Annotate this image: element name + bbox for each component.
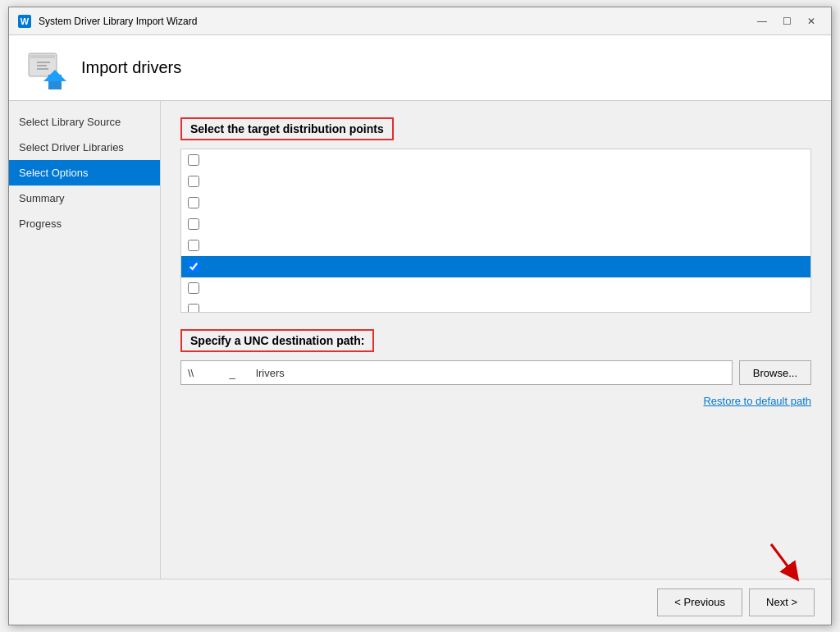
main-panel: Select the target distribution points [161,101,831,579]
distribution-list[interactable] [180,149,811,313]
next-button-arrow-indicator [759,536,808,585]
svg-rect-3 [30,55,55,58]
distribution-checkbox-3[interactable] [188,197,199,208]
title-bar-left: W System Driver Library Import Wizard [17,14,197,29]
sidebar-item-select-options[interactable]: Select Options [9,160,160,185]
svg-rect-6 [37,62,50,63]
sidebar-item-select-driver-libraries[interactable]: Select Driver Libraries [9,135,160,160]
distribution-row-6 [181,256,810,277]
distribution-row-8 [181,299,810,313]
distribution-checkbox-1[interactable] [188,154,199,166]
sidebar-item-select-library-source[interactable]: Select Library Source [9,109,160,135]
previous-button[interactable]: < Previous [657,588,742,616]
distribution-row-4 [181,213,810,235]
restore-default-path-link[interactable]: Restore to default path [180,395,811,407]
minimize-button[interactable]: — [751,12,774,30]
title-bar-controls: — ☐ ✕ [751,12,823,30]
footer: < Previous Next > [9,579,831,625]
close-button[interactable]: ✕ [800,12,823,30]
title-bar: W System Driver Library Import Wizard — … [9,7,831,35]
distribution-row-1 [181,149,810,171]
unc-path-input[interactable] [180,360,733,385]
header-area: Import drivers [9,35,831,101]
distribution-row-3 [181,192,810,213]
unc-section-label: Specify a UNC destination path: [180,329,374,352]
title-bar-icon: W [17,14,32,29]
distribution-checkbox-6[interactable] [188,261,199,272]
sidebar-item-summary[interactable]: Summary [9,185,160,211]
import-drivers-icon [25,47,68,89]
distribution-checkbox-2[interactable] [188,176,199,187]
distribution-section-label: Select the target distribution points [180,117,394,140]
distribution-row-7 [181,277,810,299]
wizard-window: W System Driver Library Import Wizard — … [8,7,832,625]
sidebar-item-progress[interactable]: Progress [9,211,160,236]
sidebar: Select Library Source Select Driver Libr… [9,101,161,579]
distribution-checkbox-5[interactable] [188,240,199,251]
browse-button[interactable]: Browse... [739,360,811,385]
svg-rect-7 [37,65,47,66]
distribution-checkbox-7[interactable] [188,282,199,294]
svg-rect-8 [37,68,48,70]
distribution-checkbox-8[interactable] [188,304,199,313]
content-area: Select Library Source Select Driver Libr… [9,101,831,579]
header-title: Import drivers [81,58,181,77]
svg-text:W: W [21,16,30,26]
maximize-button[interactable]: ☐ [775,12,798,30]
unc-row: Browse... [180,360,811,385]
svg-line-9 [771,544,793,574]
next-button[interactable]: Next > [749,588,815,616]
distribution-row-2 [181,171,810,192]
distribution-checkbox-4[interactable] [188,218,199,230]
window-title: System Driver Library Import Wizard [39,16,197,27]
distribution-row-5 [181,235,810,256]
